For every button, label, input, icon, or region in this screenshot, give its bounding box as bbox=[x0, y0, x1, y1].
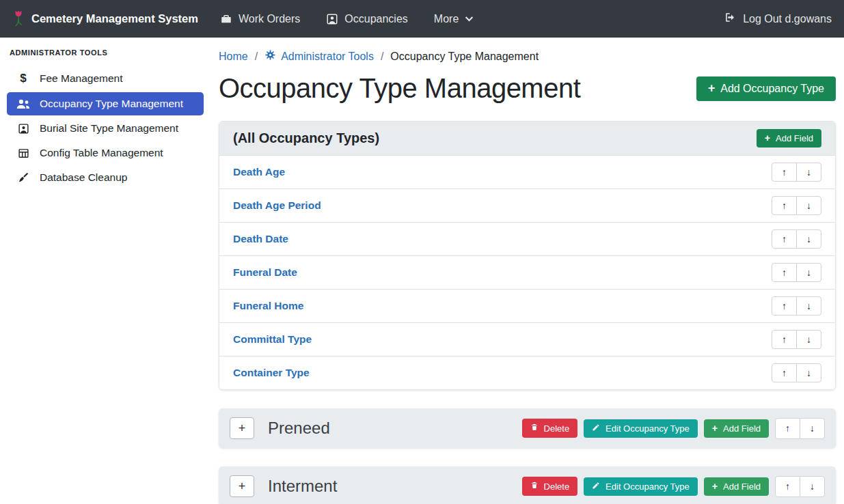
move-up-button[interactable]: ↑ bbox=[772, 363, 797, 382]
add-field-button[interactable]: + Add Field bbox=[704, 477, 769, 496]
delete-label: Delete bbox=[544, 481, 570, 492]
section-actions: Delete Edit Occupancy Type + Add Field ↑… bbox=[522, 418, 825, 439]
arrow-up-icon: ↑ bbox=[782, 367, 787, 378]
pencil-icon bbox=[592, 423, 600, 434]
breadcrumb-home-link[interactable]: Home bbox=[219, 51, 248, 63]
arrow-down-icon: ↓ bbox=[806, 334, 811, 345]
move-up-button[interactable]: ↑ bbox=[772, 196, 797, 215]
sidebar: ADMINISTRATOR TOOLS $ Fee Management Occ… bbox=[0, 38, 210, 504]
field-row: Funeral Date ↑ ↓ bbox=[219, 255, 835, 289]
sidebar-item-occupancy-type-management[interactable]: Occupancy Type Management bbox=[7, 92, 204, 115]
flower-logo-icon bbox=[12, 9, 25, 29]
page-title: Occupancy Type Management bbox=[219, 73, 580, 104]
chevron-down-icon bbox=[465, 14, 474, 23]
delete-label: Delete bbox=[544, 423, 570, 434]
move-up-button[interactable]: ↑ bbox=[772, 296, 797, 316]
move-up-button[interactable]: ↑ bbox=[772, 229, 797, 249]
move-up-button[interactable]: ↑ bbox=[772, 263, 797, 282]
move-up-button[interactable]: ↑ bbox=[772, 330, 797, 349]
arrow-up-icon: ↑ bbox=[782, 267, 787, 278]
top-navbar: Cemetery Management System Work Orders O… bbox=[0, 0, 844, 38]
move-down-button[interactable]: ↓ bbox=[796, 229, 821, 249]
expand-button[interactable]: + bbox=[230, 475, 254, 497]
section-actions: Delete Edit Occupancy Type + Add Field ↑… bbox=[522, 476, 825, 497]
arrow-down-icon: ↓ bbox=[810, 423, 815, 434]
nav-more-label: More bbox=[434, 13, 459, 25]
main-content: Home / bbox=[210, 38, 844, 504]
field-row: Container Type ↑ ↓ bbox=[219, 356, 835, 389]
sidebar-item-label: Config Table Management bbox=[40, 147, 163, 159]
title-row: Occupancy Type Management + Add Occupanc… bbox=[219, 73, 836, 104]
nav-more[interactable]: More bbox=[434, 13, 474, 25]
sidebar-item-burial-site-type-management[interactable]: Burial Site Type Management bbox=[7, 117, 204, 140]
plus-icon: + bbox=[712, 481, 718, 491]
field-link-committal-type[interactable]: Committal Type bbox=[233, 333, 312, 346]
sidebar-item-label: Burial Site Type Management bbox=[40, 122, 178, 135]
field-link-death-age-period[interactable]: Death Age Period bbox=[233, 199, 321, 212]
delete-button[interactable]: Delete bbox=[522, 419, 578, 438]
field-link-death-age[interactable]: Death Age bbox=[233, 166, 285, 178]
breadcrumb-current: Occupancy Type Management bbox=[390, 51, 539, 63]
occupancy-type-section-interment: + Interment Delete Edit Occupancy Type bbox=[219, 466, 836, 504]
move-down-button[interactable]: ↓ bbox=[796, 163, 821, 182]
trash-icon bbox=[530, 481, 539, 492]
field-row: Death Age Period ↑ ↓ bbox=[219, 188, 835, 222]
move-down-button[interactable]: ↓ bbox=[800, 476, 825, 497]
move-up-button[interactable]: ↑ bbox=[772, 163, 797, 182]
edit-occupancy-type-button[interactable]: Edit Occupancy Type bbox=[584, 477, 698, 496]
field-link-death-date[interactable]: Death Date bbox=[233, 233, 288, 245]
arrow-up-icon: ↑ bbox=[782, 334, 787, 345]
table-icon bbox=[16, 148, 31, 159]
nav-occupancies[interactable]: Occupancies bbox=[326, 13, 408, 25]
field-link-funeral-date[interactable]: Funeral Date bbox=[233, 266, 297, 279]
add-field-button[interactable]: + Add Field bbox=[704, 419, 769, 438]
move-down-button[interactable]: ↓ bbox=[796, 263, 821, 282]
move-down-button[interactable]: ↓ bbox=[796, 196, 821, 215]
pencil-icon bbox=[592, 481, 600, 492]
field-row: Death Age ↑ ↓ bbox=[219, 155, 835, 188]
add-field-label: Add Field bbox=[723, 481, 761, 492]
edit-occupancy-type-label: Edit Occupancy Type bbox=[605, 481, 690, 492]
card-header: (All Occupancy Types) + Add Field bbox=[219, 122, 835, 155]
move-down-button[interactable]: ↓ bbox=[796, 330, 821, 349]
nav-links: Work Orders Occupancies More bbox=[220, 13, 474, 25]
sidebar-item-config-table-management[interactable]: Config Table Management bbox=[7, 141, 204, 165]
portrait-icon bbox=[326, 13, 338, 25]
edit-occupancy-type-label: Edit Occupancy Type bbox=[605, 423, 690, 434]
arrow-down-icon: ↓ bbox=[806, 200, 811, 211]
sidebar-item-label: Occupancy Type Management bbox=[40, 98, 183, 110]
move-down-button[interactable]: ↓ bbox=[796, 296, 821, 316]
move-down-button[interactable]: ↓ bbox=[796, 363, 821, 382]
sidebar-item-fee-management[interactable]: $ Fee Management bbox=[7, 66, 204, 91]
logout-label: Log Out d.gowans bbox=[743, 13, 832, 25]
add-occupancy-type-button[interactable]: + Add Occupancy Type bbox=[696, 76, 836, 101]
breadcrumb: Home / bbox=[219, 38, 836, 64]
expand-button[interactable]: + bbox=[230, 417, 254, 439]
delete-button[interactable]: Delete bbox=[522, 477, 578, 496]
breadcrumb-admin-label: Administrator Tools bbox=[281, 51, 374, 63]
plus-icon: + bbox=[712, 423, 718, 433]
sidebar-item-label: Database Cleanup bbox=[40, 171, 127, 184]
logout-button[interactable]: Log Out d.gowans bbox=[724, 11, 832, 27]
move-up-button[interactable]: ↑ bbox=[775, 418, 800, 439]
section-name: Interment bbox=[268, 477, 337, 496]
field-link-funeral-home[interactable]: Funeral Home bbox=[233, 300, 303, 312]
sidebar-item-label: Fee Management bbox=[40, 72, 123, 85]
move-down-button[interactable]: ↓ bbox=[800, 418, 825, 439]
trash-icon bbox=[530, 423, 539, 434]
sidebar-item-database-cleanup[interactable]: Database Cleanup bbox=[7, 166, 204, 189]
edit-occupancy-type-button[interactable]: Edit Occupancy Type bbox=[584, 419, 698, 438]
nav-work-orders[interactable]: Work Orders bbox=[220, 13, 300, 25]
move-up-button[interactable]: ↑ bbox=[775, 476, 800, 497]
reorder-controls: ↑ ↓ bbox=[772, 363, 821, 382]
field-link-container-type[interactable]: Container Type bbox=[233, 367, 310, 379]
add-field-button[interactable]: + Add Field bbox=[757, 129, 821, 148]
occupancy-type-section-preneed: + Preneed Delete Edit Occupancy Type bbox=[219, 408, 836, 448]
reorder-controls: ↑ ↓ bbox=[772, 296, 821, 316]
field-row: Committal Type ↑ ↓ bbox=[219, 322, 835, 356]
plus-icon: + bbox=[239, 479, 246, 494]
arrow-up-icon: ↑ bbox=[785, 423, 790, 434]
breadcrumb-admin-link[interactable]: Administrator Tools bbox=[264, 49, 374, 64]
toolbox-icon bbox=[220, 13, 232, 25]
arrow-down-icon: ↓ bbox=[810, 481, 815, 492]
